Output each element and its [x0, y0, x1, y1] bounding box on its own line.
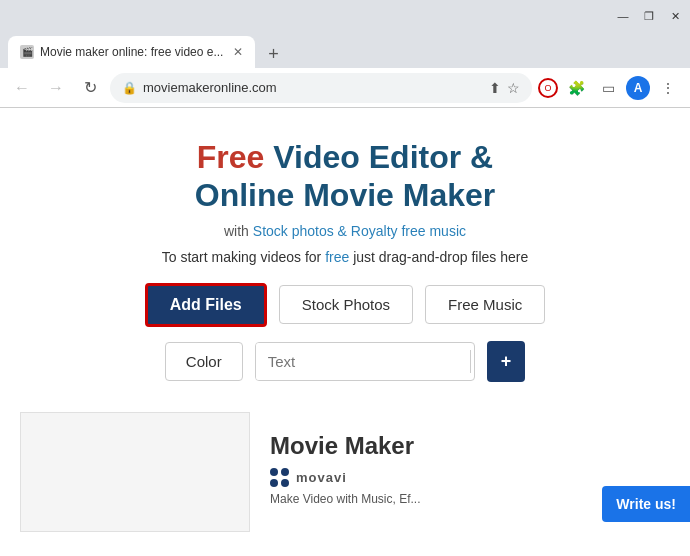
movavi-logo: movavi	[270, 468, 670, 488]
address-bar-row: ← → ↻ 🔒 moviemakeronline.com ⬆ ☆ O 🧩 ▭ A…	[0, 68, 690, 108]
free-link[interactable]: free	[325, 249, 349, 265]
tab-title: Movie maker online: free video e...	[40, 45, 223, 59]
hero-desc: To start making videos for free just dra…	[20, 249, 670, 265]
stock-photos-button[interactable]: Stock Photos	[279, 285, 413, 324]
movavi-dot-1	[270, 468, 278, 476]
hero-line1-rest: Video Editor &	[264, 139, 493, 175]
subtitle-with: with	[224, 223, 253, 239]
tab-bar: 🎬 Movie maker online: free video e... ✕ …	[0, 32, 690, 68]
new-tab-button[interactable]: +	[259, 40, 287, 68]
share-icon[interactable]: ⬆	[489, 80, 501, 96]
extensions-icon[interactable]: 🧩	[562, 74, 590, 102]
main-buttons-row: Add Files Stock Photos Free Music	[20, 283, 670, 327]
url-text: moviemakeronline.com	[143, 80, 277, 95]
reload-button[interactable]: ↻	[76, 74, 104, 102]
hero-title: Free Video Editor & Online Movie Maker	[20, 138, 670, 215]
sidebar-icon[interactable]: ▭	[594, 74, 622, 102]
star-icon[interactable]: ☆	[507, 80, 520, 96]
forward-button[interactable]: →	[42, 74, 70, 102]
minimize-button[interactable]: —	[616, 9, 630, 23]
free-music-button[interactable]: Free Music	[425, 285, 545, 324]
movavi-dot-4	[281, 479, 289, 487]
lock-icon: 🔒	[122, 81, 137, 95]
opera-icon[interactable]: O	[538, 78, 558, 98]
address-bar[interactable]: 🔒 moviemakeronline.com ⬆ ☆	[110, 73, 532, 103]
desc-start: To start making videos for	[162, 249, 325, 265]
subtitle-link[interactable]: Stock photos & Royalty free music	[253, 223, 466, 239]
movavi-dots-icon	[270, 468, 290, 488]
page-content: Free Video Editor & Online Movie Maker w…	[0, 108, 690, 402]
movavi-dot-2	[281, 468, 289, 476]
secondary-row: Color ▲ ▼ +	[20, 341, 670, 382]
address-right-icons: ⬆ ☆	[489, 80, 520, 96]
bottom-left-panel	[20, 412, 250, 532]
bottom-title: Movie Maker	[270, 432, 670, 460]
bottom-section: Movie Maker movavi Make Video with Music…	[0, 412, 690, 532]
add-files-button[interactable]: Add Files	[145, 283, 267, 327]
restore-button[interactable]: ❐	[642, 9, 656, 23]
title-bar: — ❐ ✕	[0, 0, 690, 32]
hero-subtitle: with Stock photos & Royalty free music	[20, 223, 670, 239]
plus-button[interactable]: +	[487, 341, 526, 382]
profile-icon[interactable]: A	[626, 76, 650, 100]
text-input-scrollbar[interactable]: ▲ ▼	[470, 350, 475, 373]
movavi-dot-3	[270, 479, 278, 487]
tab-favicon: 🎬	[20, 45, 34, 59]
tab-close-button[interactable]: ✕	[233, 45, 243, 59]
color-button[interactable]: Color	[165, 342, 243, 381]
menu-icon[interactable]: ⋮	[654, 74, 682, 102]
movavi-brand-text: movavi	[296, 470, 347, 485]
hero-free-word: Free	[197, 139, 265, 175]
write-us-button[interactable]: Write us!	[602, 486, 690, 522]
text-input[interactable]	[256, 343, 470, 380]
text-input-wrapper: ▲ ▼	[255, 342, 475, 381]
close-button[interactable]: ✕	[668, 9, 682, 23]
back-button[interactable]: ←	[8, 74, 36, 102]
title-bar-controls: — ❐ ✕	[616, 9, 682, 23]
active-tab[interactable]: 🎬 Movie maker online: free video e... ✕	[8, 36, 255, 68]
browser-right-icons: O 🧩 ▭ A ⋮	[538, 74, 682, 102]
hero-line2: Online Movie Maker	[195, 177, 496, 213]
desc-end: just drag-and-drop files here	[349, 249, 528, 265]
